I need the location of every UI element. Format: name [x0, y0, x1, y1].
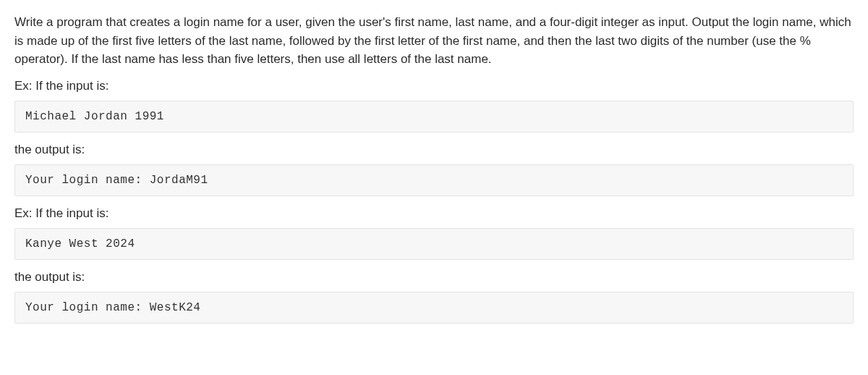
- example2-input-block: Kanye West 2024: [14, 228, 854, 260]
- example1-input-block: Michael Jordan 1991: [14, 101, 854, 132]
- problem-description: Write a program that creates a login nam…: [14, 13, 854, 69]
- example1-input-label: Ex: If the input is:: [14, 79, 854, 93]
- example1-output-block: Your login name: JordaM91: [14, 164, 854, 196]
- example2-input-label: Ex: If the input is:: [14, 206, 854, 221]
- example1-output-label: the output is:: [14, 143, 854, 157]
- example2-output-block: Your login name: WestK24: [14, 292, 854, 324]
- problem-statement-container: Write a program that creates a login nam…: [0, 0, 868, 337]
- example2-output-label: the output is:: [14, 270, 854, 285]
